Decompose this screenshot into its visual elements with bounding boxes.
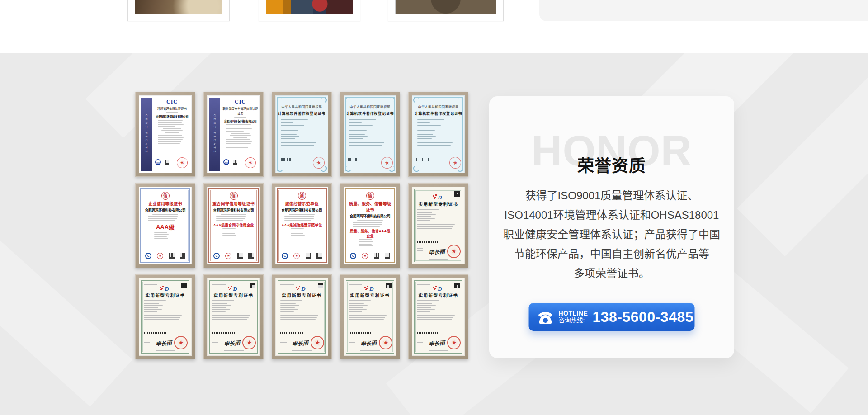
barcode — [349, 332, 372, 334]
text-lines-placeholder — [216, 228, 251, 236]
crane-truck-photo — [266, 0, 353, 14]
certificate-patent: D 实用新型专利证书 申长雨 ★ — [203, 274, 264, 359]
certificate-credit: 信 质量、服务、信誉等级证书 合肥珂玛环保科技有限公司 质量、服务、信誉AAA级… — [340, 183, 400, 268]
text-lines-placeholder — [349, 125, 391, 126]
text-lines-placeholder — [417, 209, 460, 210]
text-lines-placeholder — [147, 214, 184, 215]
barcode — [417, 241, 440, 243]
certificate-copyright: 中华人民共和国国家版权局 计算机软件著作权登记证书 ★ — [408, 92, 468, 177]
qr-code — [180, 253, 185, 259]
text-lines-placeholder — [417, 119, 459, 123]
cnipa-logo: D — [412, 193, 465, 201]
qr-code — [237, 253, 243, 259]
company-name: 合肥珂玛环保科技有限公司 — [212, 208, 255, 212]
company-name: 合肥珂玛环保科技有限公司 — [280, 208, 324, 212]
page: CERTIFICATE CIC 环境管理体系认证证书 合肥珂玛环保科技有限公司 … — [0, 0, 868, 415]
star-seal-icon: ★ — [225, 253, 231, 259]
certificate-patent: D 实用新型专利证书 申长雨 ★ — [272, 274, 332, 359]
certificate-title: 诚信经营示范单位 — [280, 201, 324, 207]
credit-badge-icon: C — [282, 253, 288, 259]
red-seal-icon: ★ — [244, 156, 257, 169]
text-lines-placeholder — [158, 128, 186, 133]
text-lines-placeholder — [417, 303, 460, 312]
text-lines-placeholder — [283, 214, 320, 215]
qr-code — [306, 253, 311, 259]
certificate-title: 实用新型专利证书 — [412, 201, 465, 207]
certificate-title: 职业健康安全管理体系认证证书 — [222, 106, 258, 115]
star-seal-icon: ★ — [362, 253, 368, 259]
certificate-credit: 信 企业信用等级证书 合肥珂玛环保科技有限公司 AAA级 C ★ — [135, 183, 195, 268]
emblem-icon: 信 — [366, 192, 374, 200]
grade-text: AAA级 — [143, 222, 187, 231]
certificate-side-band: CERTIFICATE — [209, 98, 220, 171]
text-lines-placeholder — [349, 130, 391, 139]
barcode — [212, 332, 236, 334]
text-lines-placeholder — [417, 315, 460, 320]
text-lines-placeholder — [353, 222, 387, 227]
certificate-title: 实用新型专利证书 — [275, 292, 328, 298]
text-lines-placeholder — [284, 228, 319, 236]
certificate-title: 计算机软件著作权登记证书 — [275, 111, 328, 116]
certificate-credit: 诚 诚信经营示范单位 合肥珂玛环保科技有限公司 AAA级诚信经营示范单位 C ★ — [272, 183, 332, 268]
barcode — [348, 158, 361, 161]
qr-code — [385, 253, 390, 259]
text-lines-placeholder — [349, 119, 391, 123]
text-lines-placeholder — [212, 315, 255, 320]
honor-card: HONOR 荣誉资质 获得了ISO9001质量管理体系认证、 ISO14001环… — [489, 96, 734, 358]
text-lines-placeholder — [280, 300, 323, 301]
certificate-patent: D 实用新型专利证书 申长雨 ★ — [408, 183, 468, 268]
qr-code — [233, 160, 237, 165]
text-lines-placeholder — [158, 112, 186, 113]
honor-description: 获得了ISO9001质量管理体系认证、 ISO14001环境管理体系认证和OHS… — [497, 186, 726, 283]
gallery-card[interactable] — [388, 0, 504, 21]
text-lines-placeholder — [158, 120, 186, 127]
text-lines-placeholder — [417, 300, 460, 301]
text-lines-placeholder — [417, 212, 460, 221]
grade-text: 质量、服务、信誉AAA级企业 — [348, 228, 392, 238]
certificate-title: 质量、服务、信誉等级证书 — [348, 201, 392, 212]
text-lines-placeholder — [226, 139, 255, 148]
cic-badge-icon: CIC — [155, 159, 161, 165]
cnipa-logo: D — [207, 284, 260, 292]
barcode — [280, 158, 292, 161]
certificate-title: 企业信用等级证书 — [143, 201, 187, 207]
excavation-site-photo — [135, 0, 222, 14]
text-lines-placeholder — [148, 216, 183, 221]
text-lines-placeholder — [349, 300, 392, 301]
background-decoration — [737, 71, 868, 256]
section-title: 荣誉资质 — [489, 152, 734, 177]
gallery-card[interactable] — [259, 0, 360, 21]
phone-icon — [537, 310, 554, 325]
company-name: 合肥珂玛环保科技有限公司 — [348, 213, 392, 218]
certificate-title: 环境管理体系认证证书 — [154, 106, 190, 111]
cnipa-logo: D — [139, 284, 192, 292]
qr-code — [248, 253, 254, 259]
certificate-title: 重合同守信用等级证书 — [212, 201, 255, 207]
company-name: 合肥珂玛环保科技有限公司 — [222, 119, 258, 123]
text-lines-placeholder — [281, 130, 323, 139]
certificate-credit: 信 重合同守信用等级证书 合肥珂玛环保科技有限公司 AAA级重合同守信用企业 C… — [203, 183, 264, 268]
credit-badge-icon: C — [145, 253, 151, 259]
hotline-button[interactable]: HOTLINE 咨询热线: 138-5600-3485 — [529, 303, 695, 331]
text-lines-placeholder — [158, 135, 186, 144]
text-lines-placeholder — [417, 125, 459, 126]
text-lines-placeholder — [281, 119, 323, 123]
text-lines-placeholder — [349, 303, 392, 312]
star-seal-icon: ★ — [157, 253, 163, 259]
barcode — [144, 332, 167, 334]
cnipa-logo: D — [275, 284, 328, 292]
text-lines-placeholder — [144, 315, 187, 320]
certificate-title: 实用新型专利证书 — [344, 292, 396, 298]
gallery-card[interactable] — [127, 0, 230, 21]
qr-code — [165, 160, 169, 165]
issuing-authority: 中华人民共和国国家版权局 — [344, 104, 396, 109]
certificate-patent: D 实用新型专利证书 申长雨 ★ — [340, 274, 400, 359]
text-lines-placeholder — [281, 142, 323, 146]
cnipa-logo: D — [412, 284, 465, 292]
text-lines-placeholder — [226, 124, 255, 132]
text-lines-placeholder — [349, 315, 392, 320]
grade-text: AAA级重合同守信用企业 — [212, 222, 255, 227]
red-seal-icon: ★ — [176, 156, 189, 169]
certificate-title: 实用新型专利证书 — [207, 292, 260, 298]
text-lines-placeholder — [216, 216, 251, 221]
